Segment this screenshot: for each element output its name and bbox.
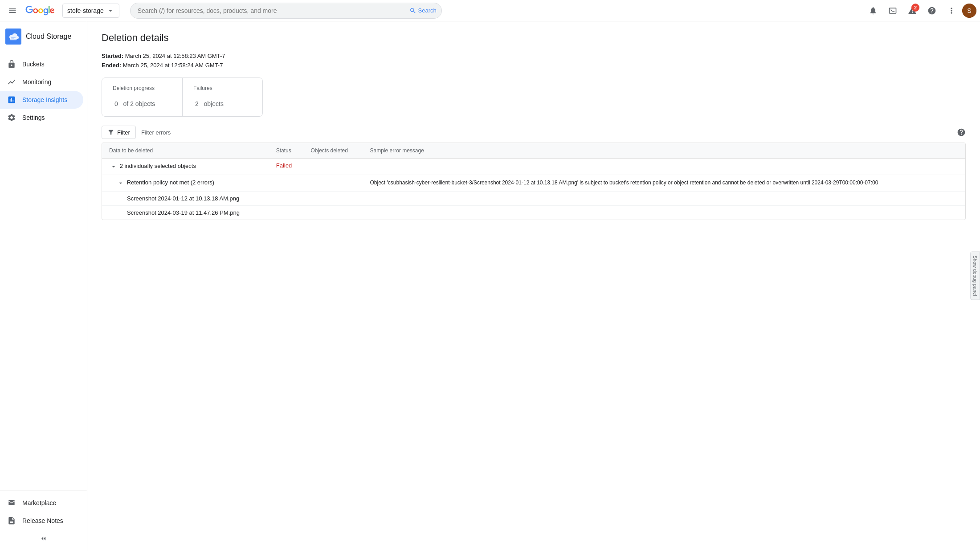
avatar[interactable]: S: [962, 4, 976, 18]
project-name: stofe-storage: [67, 7, 104, 14]
settings-icon: [7, 113, 16, 122]
page-title: Deletion details: [102, 32, 966, 44]
failures-value: 2 objects: [193, 95, 252, 109]
status-badge: Failed: [276, 162, 292, 169]
sidebar-item-storage-insights[interactable]: Storage Insights: [0, 91, 83, 109]
sidebar-bottom: Marketplace Release Notes: [0, 490, 87, 551]
started-line: Started: March 25, 2024 at 12:58:23 AM G…: [102, 53, 966, 59]
notifications-button[interactable]: [864, 2, 882, 20]
topbar: stofe-storage Search 2 S: [0, 0, 980, 21]
expand-subgroup-icon[interactable]: [116, 179, 125, 188]
group-objects-deleted: [303, 159, 363, 175]
main-layout: Cloud Storage Buckets Monitoring: [0, 21, 980, 551]
started-value: March 25, 2024 at 12:58:23 AM GMT-7: [125, 53, 225, 59]
search-input[interactable]: [130, 3, 442, 19]
group-row-data: 2 individually selected objects: [102, 159, 269, 175]
failures-suffix: objects: [204, 100, 224, 107]
notes-icon: [7, 516, 16, 525]
monitoring-icon: [7, 78, 16, 86]
filter-label: Filter: [117, 129, 130, 136]
deletion-progress-cell: Deletion progress 0 of 2 objects: [102, 78, 182, 116]
sidebar-label-monitoring: Monitoring: [22, 78, 51, 86]
group-sample-error: [363, 159, 966, 175]
sidebar-title: Cloud Storage: [26, 33, 71, 41]
file-1-objects-deleted: [303, 192, 363, 206]
alert-count: 2: [911, 4, 919, 12]
marketplace-icon: [7, 498, 16, 507]
deletion-table: Data to be deleted Status Objects delete…: [102, 143, 965, 220]
table-help-button[interactable]: [957, 128, 966, 137]
cloud-storage-icon: [5, 29, 21, 45]
table-container: Data to be deleted Status Objects delete…: [102, 143, 966, 220]
bucket-icon: [7, 60, 16, 69]
table-row: 2 individually selected objects Failed: [102, 159, 965, 175]
col-objects-deleted: Objects deleted: [303, 143, 363, 159]
error-message-text: Object 'csubhasish-cyber-resilient-bucke…: [370, 180, 878, 186]
file-2-status: [269, 206, 304, 220]
sidebar: Cloud Storage Buckets Monitoring: [0, 21, 87, 551]
sidebar-header: Cloud Storage: [0, 21, 87, 52]
failures-cell: Failures 2 objects: [182, 78, 262, 116]
help-button[interactable]: [923, 2, 941, 20]
group-status: Failed: [269, 159, 304, 175]
sidebar-item-buckets[interactable]: Buckets: [0, 55, 83, 73]
search-button[interactable]: Search: [406, 5, 440, 16]
sidebar-item-monitoring[interactable]: Monitoring: [0, 73, 83, 91]
file-2-sample-error: [363, 206, 966, 220]
subgroup-objects-deleted: [303, 175, 363, 192]
search-bar: Search: [130, 3, 442, 19]
deletion-progress-value: 0 of 2 objects: [113, 95, 172, 109]
subgroup-status: [269, 175, 304, 192]
file-1-status: [269, 192, 304, 206]
google-cloud-logo[interactable]: [25, 6, 55, 16]
debug-panel[interactable]: Show debug panel: [970, 251, 980, 300]
filter-bar: Filter Filter errors: [102, 126, 966, 139]
sidebar-nav: Buckets Monitoring Storage Insights: [0, 52, 87, 490]
subgroup-label: Retention policy not met (2 errors): [127, 179, 215, 186]
sidebar-label-settings: Settings: [22, 114, 45, 121]
sidebar-label-buckets: Buckets: [22, 61, 45, 68]
group-label: 2 individually selected objects: [120, 163, 196, 169]
table-row: Screenshot 2024-01-12 at 10.13.18 AM.png: [102, 192, 965, 206]
file-1-label: Screenshot 2024-01-12 at 10.13.18 AM.png: [127, 195, 239, 202]
sidebar-label-release-notes: Release Notes: [22, 517, 63, 524]
ended-line: Ended: March 25, 2024 at 12:58:24 AM GMT…: [102, 62, 966, 69]
topbar-actions: 2 S: [864, 2, 976, 20]
main-content: Deletion details Started: March 25, 2024…: [87, 21, 980, 551]
col-status: Status: [269, 143, 304, 159]
sidebar-item-release-notes[interactable]: Release Notes: [0, 512, 83, 530]
subgroup-row-data: Retention policy not met (2 errors): [102, 175, 269, 192]
ended-label: Ended:: [102, 62, 121, 69]
file-row-2-data: Screenshot 2024-03-19 at 11.47.26 PM.png: [102, 206, 269, 220]
alert-button[interactable]: 2: [903, 2, 921, 20]
failures-label: Failures: [193, 85, 252, 91]
table-body: 2 individually selected objects Failed: [102, 159, 965, 220]
table-header: Data to be deleted Status Objects delete…: [102, 143, 965, 159]
table-row: Screenshot 2024-03-19 at 11.47.26 PM.png: [102, 206, 965, 220]
project-selector[interactable]: stofe-storage: [62, 4, 119, 18]
deletion-progress-label: Deletion progress: [113, 85, 172, 91]
table-row: Retention policy not met (2 errors) Obje…: [102, 175, 965, 192]
sidebar-collapse-button[interactable]: [0, 530, 87, 547]
filter-button[interactable]: Filter: [102, 126, 136, 139]
info-section: Started: March 25, 2024 at 12:58:23 AM G…: [102, 53, 966, 69]
ended-value: March 25, 2024 at 12:58:24 AM GMT-7: [123, 62, 223, 69]
stats-card: Deletion progress 0 of 2 objects Failure…: [102, 78, 263, 117]
menu-button[interactable]: [4, 2, 21, 20]
sidebar-label-storage-insights: Storage Insights: [22, 96, 67, 103]
sidebar-item-marketplace[interactable]: Marketplace: [0, 494, 83, 512]
svg-text:S: S: [967, 7, 971, 14]
file-row-1-data: Screenshot 2024-01-12 at 10.13.18 AM.png: [102, 192, 269, 206]
insights-icon: [7, 95, 16, 104]
file-2-objects-deleted: [303, 206, 363, 220]
file-2-label: Screenshot 2024-03-19 at 11.47.26 PM.png: [127, 209, 240, 216]
expand-group-icon[interactable]: [109, 162, 118, 171]
terminal-button[interactable]: [884, 2, 902, 20]
file-1-sample-error: [363, 192, 966, 206]
started-label: Started:: [102, 53, 123, 59]
deletion-suffix: of 2 objects: [123, 100, 155, 107]
more-button[interactable]: [943, 2, 960, 20]
col-sample-error: Sample error message: [363, 143, 966, 159]
sidebar-label-marketplace: Marketplace: [22, 499, 56, 506]
sidebar-item-settings[interactable]: Settings: [0, 109, 83, 127]
